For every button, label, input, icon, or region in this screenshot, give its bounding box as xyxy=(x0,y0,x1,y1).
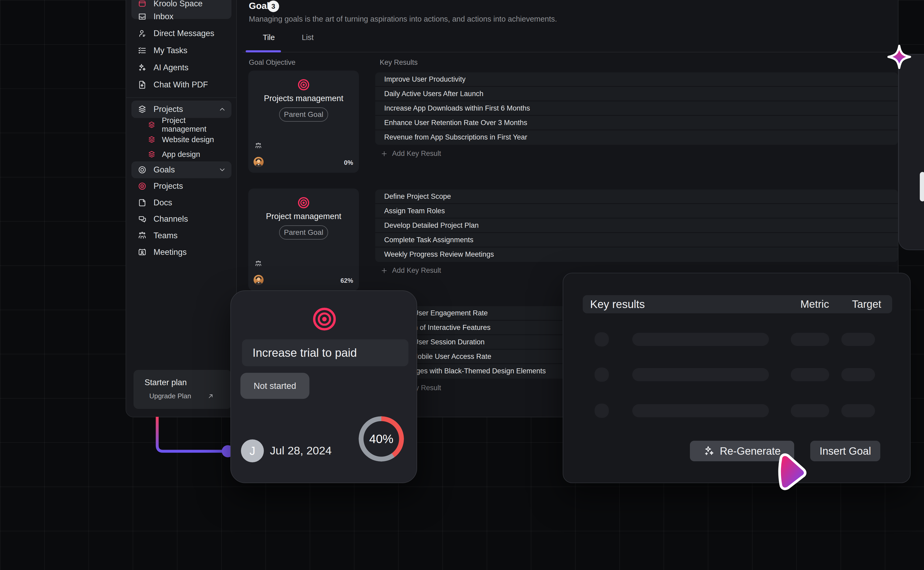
add-key-result-button[interactable]: Add Key Result xyxy=(380,150,441,158)
sidebar: Kroolo Space Inbox Direct Messages My Ta… xyxy=(126,0,237,417)
bullseye-icon xyxy=(297,196,310,209)
team-icon xyxy=(254,260,262,268)
upgrade-plan-link[interactable]: Upgrade Plan xyxy=(149,392,231,400)
avatar xyxy=(254,275,264,285)
key-result-row[interactable]: Develop Detailed Project Plan xyxy=(375,219,898,233)
goals-count-badge: 3 xyxy=(268,0,279,12)
sidebar-item-label: Teams xyxy=(153,231,178,241)
key-result-row[interactable]: Complete Task Assignments xyxy=(375,233,898,247)
add-key-result-label: Add Key Result xyxy=(392,150,441,158)
status-badge[interactable]: Not started xyxy=(241,373,310,399)
avatar: J xyxy=(241,440,264,462)
floating-goal-card[interactable]: Increase trial to paid Not started J Jul… xyxy=(230,290,417,483)
column-metric: Metric xyxy=(794,295,836,313)
sidebar-item-label: Chat With PDF xyxy=(153,80,208,89)
sidebar-item-website-design[interactable]: Website design xyxy=(141,132,231,147)
plus-icon xyxy=(380,267,388,274)
sidebar-item-teams[interactable]: Teams xyxy=(132,227,231,244)
people-icon xyxy=(138,231,147,240)
skeleton-bar xyxy=(841,404,875,417)
sparkles-icon xyxy=(703,445,715,457)
sidebar-item-label: Goals xyxy=(153,165,175,175)
sparkles-icon xyxy=(138,63,147,72)
tabs-divider xyxy=(242,52,898,52)
sidebar-item-label: My Tasks xyxy=(153,46,187,55)
bullseye-icon xyxy=(311,306,337,332)
arrow-up-right-icon xyxy=(207,392,215,400)
sidebar-item-channels[interactable]: Channels xyxy=(132,211,231,227)
sidebar-item-chat-with-pdf[interactable]: Chat With PDF xyxy=(132,77,231,93)
chevron-down-icon[interactable] xyxy=(218,166,226,174)
layers-icon xyxy=(148,136,156,144)
scrollbar-thumb[interactable] xyxy=(920,172,924,201)
skeleton-bar xyxy=(632,333,769,346)
starter-plan-card: Starter plan Upgrade Plan xyxy=(133,370,231,409)
key-result-row[interactable]: Increase App Downloads within First 6 Mo… xyxy=(375,101,898,116)
sidebar-item-goals[interactable]: Goals xyxy=(132,161,231,178)
key-result-row[interactable]: Define Project Scope xyxy=(375,190,898,204)
tab-tile[interactable]: Tile xyxy=(263,33,275,42)
goal-title: Project management xyxy=(248,212,359,221)
sidebar-item-label: Direct Messages xyxy=(153,29,215,38)
plan-title: Starter plan xyxy=(144,378,231,387)
sidebar-item-label: Meetings xyxy=(153,247,187,257)
key-result-row[interactable]: Improve User Productivity xyxy=(375,72,898,87)
checklist-icon xyxy=(138,46,147,55)
sidebar-item-docs[interactable]: Docs xyxy=(132,194,231,211)
sidebar-item-label: Channels xyxy=(153,214,188,224)
meeting-icon xyxy=(138,248,147,257)
pdf-file-icon xyxy=(138,80,147,89)
key-result-row[interactable]: Revenue from App Subscriptions in First … xyxy=(375,130,898,145)
parent-goal-badge: Parent Goal xyxy=(279,107,328,122)
upgrade-plan-label: Upgrade Plan xyxy=(149,392,191,400)
sidebar-item-project-management[interactable]: Project management xyxy=(141,117,231,132)
skeleton-bar xyxy=(791,333,829,346)
inbox-icon xyxy=(138,12,147,21)
sidebar-item-direct-messages[interactable]: Direct Messages xyxy=(132,25,231,42)
column-header-goal-objective: Goal Objective xyxy=(249,58,296,67)
key-result-row[interactable]: Enhance User Retention Rate Over 3 Month… xyxy=(375,116,898,130)
cursor-pointer xyxy=(773,452,810,491)
skeleton-circle xyxy=(595,332,609,346)
team-icon xyxy=(254,142,262,150)
sidebar-item-inbox[interactable]: Inbox xyxy=(132,8,231,25)
add-key-result-button[interactable]: Add Key Result xyxy=(380,267,441,274)
column-target: Target xyxy=(846,295,888,313)
sidebar-item-ai-agents[interactable]: AI Agents xyxy=(132,59,231,76)
regenerate-label: Re-Generate xyxy=(720,445,780,457)
key-result-row[interactable]: Weekly Progress Review Meetings xyxy=(375,247,898,262)
sidebar-item-meetings[interactable]: Meetings xyxy=(132,244,231,260)
sidebar-item-my-tasks[interactable]: My Tasks xyxy=(132,42,231,59)
chevron-up-icon[interactable] xyxy=(218,105,226,113)
person-icon xyxy=(138,29,147,38)
key-results-list: Define Project Scope Assign Team Roles D… xyxy=(375,190,898,262)
sidebar-item-label: Projects xyxy=(153,181,183,191)
bullseye-icon xyxy=(297,78,310,91)
due-date: Jul 28, 2024 xyxy=(270,444,331,457)
goal-card[interactable]: Projects management Parent Goal 0% xyxy=(248,70,359,173)
insert-goal-button[interactable]: Insert Goal xyxy=(810,441,880,461)
page-subtitle: Managing goals is the art of turning asp… xyxy=(249,15,557,23)
sidebar-item-label: Inbox xyxy=(153,12,173,21)
sidebar-group-label: Projects xyxy=(153,104,183,114)
sidebar-item-label: Docs xyxy=(153,198,172,207)
goal-progress: 0% xyxy=(344,159,353,166)
tab-list[interactable]: List xyxy=(302,33,314,42)
panel-title: Key results xyxy=(590,295,645,313)
skeleton-bar xyxy=(841,333,875,346)
peeking-side-panel xyxy=(898,54,924,250)
goal-title: Projects management xyxy=(248,94,359,103)
key-result-row[interactable]: Daily Active Users After Launch xyxy=(375,87,898,101)
chat-bubbles-icon xyxy=(138,215,147,224)
sidebar-item-app-design[interactable]: App design xyxy=(141,147,231,162)
workspace-icon xyxy=(138,0,147,8)
skeleton-circle xyxy=(595,368,609,382)
key-result-row[interactable]: Assign Team Roles xyxy=(375,204,898,219)
sidebar-item-goal-projects[interactable]: Projects xyxy=(132,178,231,195)
insert-goal-label: Insert Goal xyxy=(820,445,871,457)
plus-icon xyxy=(380,150,388,158)
goal-card[interactable]: Project management Parent Goal 62% xyxy=(248,188,359,291)
sidebar-item-label: Kroolo Space xyxy=(153,0,202,8)
sidebar-group-projects[interactable]: Projects xyxy=(132,101,231,118)
key-results-list: Improve User Productivity Daily Active U… xyxy=(375,72,898,145)
